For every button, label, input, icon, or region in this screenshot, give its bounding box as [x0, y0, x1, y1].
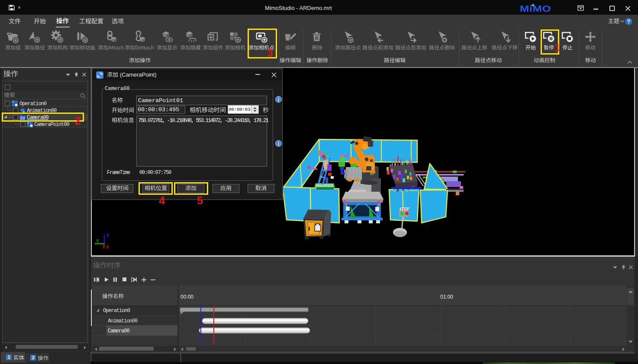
svg-text:Y: Y [96, 238, 99, 244]
svg-text:Z: Z [106, 233, 110, 238]
svg-text:X: X [106, 245, 109, 250]
svg-text:?: ? [627, 19, 630, 25]
